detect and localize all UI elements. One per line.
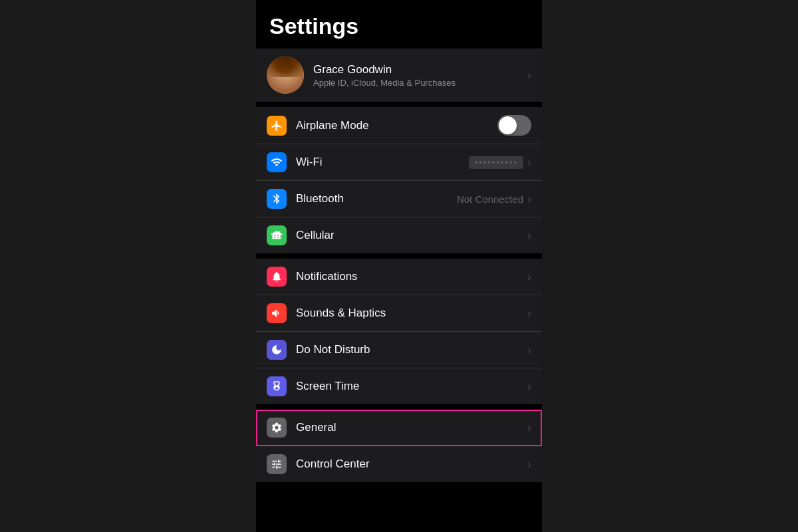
do-not-disturb-chevron: › xyxy=(527,343,531,357)
screen-time-chevron: › xyxy=(527,380,531,394)
profile-row[interactable]: Grace Goodwin Apple ID, iCloud, Media & … xyxy=(256,49,542,102)
general-row[interactable]: General › xyxy=(256,410,542,446)
page-title: Settings xyxy=(256,0,542,49)
sounds-haptics-row[interactable]: Sounds & Haptics › xyxy=(256,295,542,332)
wifi-icon-wrapper xyxy=(267,152,287,172)
do-not-disturb-icon-wrapper xyxy=(267,340,287,360)
connectivity-section: Airplane Mode Wi-Fi •••••••••• › xyxy=(256,107,542,253)
profile-chevron: › xyxy=(527,68,531,82)
gear-icon xyxy=(267,418,287,438)
screen-time-icon-wrapper xyxy=(267,376,287,396)
cellular-icon-wrapper xyxy=(267,225,287,245)
cellular-icon xyxy=(267,225,287,245)
screen-time-label: Screen Time xyxy=(296,380,527,393)
profile-subtitle: Apple ID, iCloud, Media & Purchases xyxy=(313,78,527,88)
hourglass-icon xyxy=(267,376,287,396)
general-section: General › Control Center › xyxy=(256,410,542,482)
sounds-icon-wrapper xyxy=(267,303,287,323)
notifications-chevron: › xyxy=(527,270,531,284)
notifications-icon xyxy=(267,267,287,287)
svg-rect-0 xyxy=(273,235,274,239)
general-icon-wrapper xyxy=(267,418,287,438)
bluetooth-row[interactable]: Bluetooth Not Connected › xyxy=(256,181,542,217)
general-chevron: › xyxy=(527,421,531,435)
profile-info: Grace Goodwin Apple ID, iCloud, Media & … xyxy=(313,63,527,88)
bluetooth-chevron: › xyxy=(527,192,531,206)
notifications-icon-wrapper xyxy=(267,267,287,287)
wifi-icon xyxy=(267,152,287,172)
do-not-disturb-row[interactable]: Do Not Disturb › xyxy=(256,332,542,368)
airplane-mode-label: Airplane Mode xyxy=(296,119,497,132)
wifi-chevron: › xyxy=(527,156,531,170)
bluetooth-label: Bluetooth xyxy=(296,192,457,205)
airplane-mode-toggle[interactable] xyxy=(497,115,531,136)
cellular-chevron: › xyxy=(527,229,531,243)
notifications-section: Notifications › Sounds & Haptics › xyxy=(256,259,542,404)
screen-time-row[interactable]: Screen Time › xyxy=(256,368,542,404)
moon-icon xyxy=(267,340,287,360)
wifi-label: Wi-Fi xyxy=(296,156,469,169)
toggle-knob xyxy=(499,116,517,134)
svg-rect-1 xyxy=(276,233,277,238)
sounds-icon xyxy=(267,303,287,323)
control-center-label: Control Center xyxy=(296,458,527,471)
control-center-row[interactable]: Control Center › xyxy=(256,446,542,482)
airplane-mode-row[interactable]: Airplane Mode xyxy=(256,107,542,144)
profile-name: Grace Goodwin xyxy=(313,63,527,76)
airplane-icon xyxy=(267,116,287,136)
cellular-label: Cellular xyxy=(296,229,527,242)
wifi-row[interactable]: Wi-Fi •••••••••• › xyxy=(256,144,542,181)
wifi-value: •••••••••• xyxy=(469,156,523,169)
phone-container: Settings Grace Goodwin Apple ID, iCloud,… xyxy=(256,0,542,532)
sounds-haptics-label: Sounds & Haptics xyxy=(296,307,527,320)
bluetooth-icon xyxy=(267,189,287,209)
sliders-icon xyxy=(267,454,287,474)
notifications-label: Notifications xyxy=(296,270,527,283)
avatar xyxy=(267,57,304,94)
bluetooth-icon-wrapper xyxy=(267,189,287,209)
svg-rect-2 xyxy=(279,231,280,239)
notifications-row[interactable]: Notifications › xyxy=(256,259,542,295)
bluetooth-value: Not Connected xyxy=(457,194,523,205)
cellular-row[interactable]: Cellular › xyxy=(256,217,542,253)
do-not-disturb-label: Do Not Disturb xyxy=(296,343,527,356)
sounds-haptics-chevron: › xyxy=(527,307,531,321)
general-label: General xyxy=(296,421,527,434)
control-center-icon-wrapper xyxy=(267,454,287,474)
airplane-mode-icon-wrapper xyxy=(267,116,287,136)
control-center-chevron: › xyxy=(527,458,531,471)
